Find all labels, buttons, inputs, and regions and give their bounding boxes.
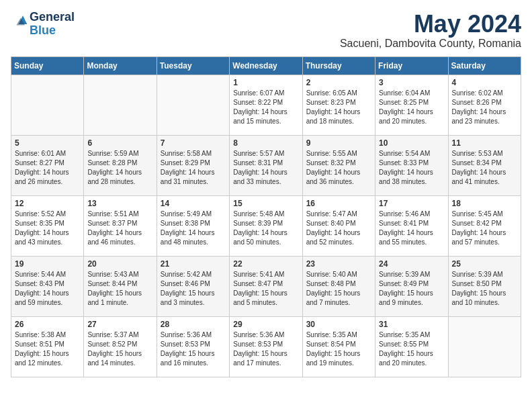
location-subtitle: Sacueni, Dambovita County, Romania xyxy=(340,38,521,50)
logo-icon xyxy=(12,13,28,30)
day-number: 23 xyxy=(306,259,371,269)
day-number: 13 xyxy=(87,199,152,208)
day-number: 14 xyxy=(161,199,226,208)
calendar-cell: 25Sunrise: 5:39 AMSunset: 8:50 PMDayligh… xyxy=(448,256,521,316)
day-info: Sunrise: 6:07 AMSunset: 8:22 PMDaylight:… xyxy=(233,89,298,126)
day-number: 18 xyxy=(452,199,517,208)
day-number: 11 xyxy=(452,138,517,148)
day-info: Sunrise: 5:52 AMSunset: 8:35 PMDaylight:… xyxy=(15,210,80,247)
day-number: 7 xyxy=(161,138,226,148)
day-info: Sunrise: 5:51 AMSunset: 8:37 PMDaylight:… xyxy=(87,210,152,247)
calendar-header: SundayMondayTuesdayWednesdayThursdayFrid… xyxy=(11,56,521,75)
header-cell-saturday: Saturday xyxy=(448,56,521,75)
day-number: 29 xyxy=(233,320,298,329)
month-year-title: May 2024 xyxy=(340,11,521,38)
calendar-cell xyxy=(448,316,521,377)
title-block: May 2024 Sacueni, Dambovita County, Roma… xyxy=(340,11,521,50)
calendar-cell: 8Sunrise: 5:57 AMSunset: 8:31 PMDaylight… xyxy=(230,135,302,195)
page-header: GeneralGeneral Blue May 2024 Sacueni, Da… xyxy=(11,11,521,50)
logo: GeneralGeneral Blue xyxy=(11,11,75,38)
day-number: 3 xyxy=(379,78,444,87)
calendar-cell: 21Sunrise: 5:42 AMSunset: 8:46 PMDayligh… xyxy=(157,256,229,316)
day-number: 2 xyxy=(306,78,371,87)
calendar-cell: 19Sunrise: 5:44 AMSunset: 8:43 PMDayligh… xyxy=(11,256,84,316)
calendar-cell: 29Sunrise: 5:36 AMSunset: 8:53 PMDayligh… xyxy=(230,316,302,377)
day-info: Sunrise: 5:35 AMSunset: 8:54 PMDaylight:… xyxy=(306,330,371,368)
calendar-cell: 11Sunrise: 5:53 AMSunset: 8:34 PMDayligh… xyxy=(448,135,521,195)
day-number: 1 xyxy=(233,78,298,87)
day-number: 21 xyxy=(161,259,226,269)
day-info: Sunrise: 5:48 AMSunset: 8:39 PMDaylight:… xyxy=(233,210,298,247)
day-number: 27 xyxy=(87,320,152,329)
day-info: Sunrise: 5:59 AMSunset: 8:28 PMDaylight:… xyxy=(87,149,152,187)
calendar-table: SundayMondayTuesdayWednesdayThursdayFrid… xyxy=(11,56,521,377)
day-number: 31 xyxy=(379,320,444,329)
calendar-cell: 7Sunrise: 5:58 AMSunset: 8:29 PMDaylight… xyxy=(157,135,229,195)
day-info: Sunrise: 5:57 AMSunset: 8:31 PMDaylight:… xyxy=(233,149,298,187)
day-info: Sunrise: 5:42 AMSunset: 8:46 PMDaylight:… xyxy=(161,270,226,308)
calendar-cell: 31Sunrise: 5:35 AMSunset: 8:55 PMDayligh… xyxy=(375,316,448,377)
calendar-cell: 26Sunrise: 5:38 AMSunset: 8:51 PMDayligh… xyxy=(11,316,84,377)
day-info: Sunrise: 5:36 AMSunset: 8:53 PMDaylight:… xyxy=(233,330,298,368)
logo-text-line2: Blue xyxy=(30,24,75,38)
day-info: Sunrise: 5:46 AMSunset: 8:41 PMDaylight:… xyxy=(379,210,444,247)
day-number: 15 xyxy=(233,199,298,208)
calendar-cell: 22Sunrise: 5:41 AMSunset: 8:47 PMDayligh… xyxy=(230,256,302,316)
day-number: 10 xyxy=(379,138,444,148)
day-info: Sunrise: 5:37 AMSunset: 8:52 PMDaylight:… xyxy=(87,330,152,368)
calendar-week-5: 26Sunrise: 5:38 AMSunset: 8:51 PMDayligh… xyxy=(11,316,521,377)
day-number: 8 xyxy=(233,138,298,148)
day-info: Sunrise: 5:41 AMSunset: 8:47 PMDaylight:… xyxy=(233,270,298,308)
day-number: 12 xyxy=(15,199,80,208)
day-number: 16 xyxy=(306,199,371,208)
day-number: 30 xyxy=(306,320,371,329)
calendar-body: 1Sunrise: 6:07 AMSunset: 8:22 PMDaylight… xyxy=(11,75,521,377)
header-cell-monday: Monday xyxy=(84,56,157,75)
day-info: Sunrise: 5:55 AMSunset: 8:32 PMDaylight:… xyxy=(306,149,371,187)
calendar-cell: 16Sunrise: 5:47 AMSunset: 8:40 PMDayligh… xyxy=(302,195,375,256)
day-info: Sunrise: 5:49 AMSunset: 8:38 PMDaylight:… xyxy=(161,210,226,247)
calendar-cell xyxy=(157,75,229,135)
calendar-week-1: 1Sunrise: 6:07 AMSunset: 8:22 PMDaylight… xyxy=(11,75,521,135)
calendar-cell: 15Sunrise: 5:48 AMSunset: 8:39 PMDayligh… xyxy=(230,195,302,256)
calendar-week-4: 19Sunrise: 5:44 AMSunset: 8:43 PMDayligh… xyxy=(11,256,521,316)
day-info: Sunrise: 5:35 AMSunset: 8:55 PMDaylight:… xyxy=(379,330,444,368)
logo-text-line1: GeneralGeneral xyxy=(30,11,75,24)
calendar-cell: 2Sunrise: 6:05 AMSunset: 8:23 PMDaylight… xyxy=(302,75,375,135)
header-cell-thursday: Thursday xyxy=(302,56,375,75)
day-number: 17 xyxy=(379,199,444,208)
calendar-cell: 3Sunrise: 6:04 AMSunset: 8:25 PMDaylight… xyxy=(375,75,448,135)
day-info: Sunrise: 5:58 AMSunset: 8:29 PMDaylight:… xyxy=(161,149,226,187)
calendar-week-2: 5Sunrise: 6:01 AMSunset: 8:27 PMDaylight… xyxy=(11,135,521,195)
calendar-cell: 27Sunrise: 5:37 AMSunset: 8:52 PMDayligh… xyxy=(84,316,157,377)
calendar-cell: 24Sunrise: 5:39 AMSunset: 8:49 PMDayligh… xyxy=(375,256,448,316)
day-info: Sunrise: 5:40 AMSunset: 8:48 PMDaylight:… xyxy=(306,270,371,308)
day-number: 25 xyxy=(452,259,517,269)
calendar-cell: 28Sunrise: 5:36 AMSunset: 8:53 PMDayligh… xyxy=(157,316,229,377)
header-cell-tuesday: Tuesday xyxy=(157,56,229,75)
header-cell-wednesday: Wednesday xyxy=(230,56,302,75)
day-number: 28 xyxy=(161,320,226,329)
day-info: Sunrise: 5:45 AMSunset: 8:42 PMDaylight:… xyxy=(452,210,517,247)
day-info: Sunrise: 5:47 AMSunset: 8:40 PMDaylight:… xyxy=(306,210,371,247)
header-cell-friday: Friday xyxy=(375,56,448,75)
day-info: Sunrise: 5:39 AMSunset: 8:50 PMDaylight:… xyxy=(452,270,517,308)
day-number: 5 xyxy=(15,138,80,148)
day-number: 26 xyxy=(15,320,80,329)
calendar-cell: 17Sunrise: 5:46 AMSunset: 8:41 PMDayligh… xyxy=(375,195,448,256)
calendar-cell: 13Sunrise: 5:51 AMSunset: 8:37 PMDayligh… xyxy=(84,195,157,256)
calendar-cell xyxy=(84,75,157,135)
day-number: 6 xyxy=(87,138,152,148)
day-info: Sunrise: 5:43 AMSunset: 8:44 PMDaylight:… xyxy=(87,270,152,308)
calendar-cell: 18Sunrise: 5:45 AMSunset: 8:42 PMDayligh… xyxy=(448,195,521,256)
day-info: Sunrise: 5:36 AMSunset: 8:53 PMDaylight:… xyxy=(161,330,226,368)
day-number: 4 xyxy=(452,78,517,87)
calendar-cell: 10Sunrise: 5:54 AMSunset: 8:33 PMDayligh… xyxy=(375,135,448,195)
day-number: 19 xyxy=(15,259,80,269)
day-info: Sunrise: 5:53 AMSunset: 8:34 PMDaylight:… xyxy=(452,149,517,187)
calendar-cell: 1Sunrise: 6:07 AMSunset: 8:22 PMDaylight… xyxy=(230,75,302,135)
day-info: Sunrise: 5:44 AMSunset: 8:43 PMDaylight:… xyxy=(15,270,80,308)
day-info: Sunrise: 5:39 AMSunset: 8:49 PMDaylight:… xyxy=(379,270,444,308)
calendar-cell: 9Sunrise: 5:55 AMSunset: 8:32 PMDaylight… xyxy=(302,135,375,195)
header-row: SundayMondayTuesdayWednesdayThursdayFrid… xyxy=(11,56,521,75)
